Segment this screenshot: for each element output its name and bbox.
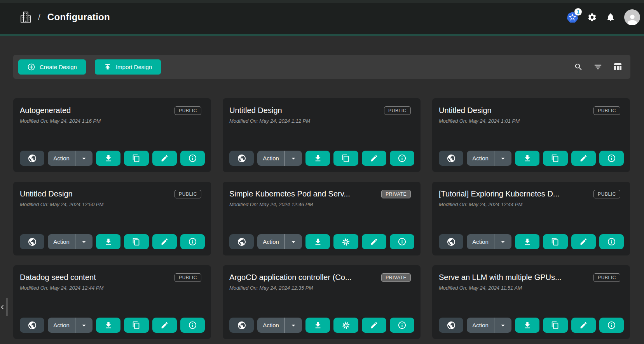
publish-globe-button[interactable] <box>439 234 463 249</box>
meshery-swirl-icon <box>341 320 351 330</box>
action-split-button: Action <box>257 234 302 249</box>
action-dropdown-button[interactable] <box>75 151 92 166</box>
filter-icon[interactable] <box>593 63 602 71</box>
download-button[interactable] <box>305 151 330 166</box>
action-button[interactable]: Action <box>48 234 75 249</box>
publish-globe-button[interactable] <box>229 234 254 249</box>
design-title: [Tutorial] Exploring Kubernetes D... <box>439 189 589 198</box>
download-button[interactable] <box>305 234 330 249</box>
clone-button[interactable] <box>124 151 148 166</box>
action-split-button: Action <box>467 318 511 333</box>
clone-button[interactable] <box>124 234 148 249</box>
edit-button[interactable] <box>152 318 177 333</box>
clone-button[interactable] <box>543 151 567 166</box>
action-button[interactable]: Action <box>467 318 494 333</box>
clone-button[interactable] <box>543 318 567 333</box>
search-icon[interactable] <box>574 63 583 71</box>
action-button[interactable]: Action <box>467 151 494 166</box>
user-avatar[interactable] <box>624 9 640 25</box>
edit-button[interactable] <box>362 151 386 166</box>
action-dropdown-button[interactable] <box>494 318 511 333</box>
visibility-badge: PUBLIC <box>593 190 620 198</box>
edit-button[interactable] <box>571 234 596 249</box>
download-button[interactable] <box>96 318 120 333</box>
edit-button[interactable] <box>362 234 386 249</box>
download-button[interactable] <box>515 234 539 249</box>
copy-icon <box>342 154 350 162</box>
action-dropdown-button[interactable] <box>494 234 511 249</box>
action-button[interactable]: Action <box>467 234 494 249</box>
publish-globe-button[interactable] <box>439 318 463 333</box>
globe-icon <box>28 237 37 247</box>
publish-globe-button[interactable] <box>20 151 44 166</box>
download-icon <box>104 321 113 330</box>
publish-globe-button[interactable] <box>20 234 44 249</box>
action-dropdown-button[interactable] <box>285 234 302 249</box>
info-button[interactable] <box>599 318 624 333</box>
action-button[interactable]: Action <box>257 318 284 333</box>
kubernetes-context-button[interactable]: 1 <box>567 11 578 23</box>
organization-building-icon[interactable] <box>20 11 31 23</box>
page-title: Configuration <box>47 12 110 23</box>
kubernetes-context-count-badge: 1 <box>574 8 582 16</box>
action-dropdown-button[interactable] <box>75 234 92 249</box>
publish-globe-button[interactable] <box>439 151 463 166</box>
download-button[interactable] <box>96 151 120 166</box>
notifications-bell-icon[interactable] <box>606 12 615 22</box>
publish-upload-icon <box>104 63 112 71</box>
edit-button[interactable] <box>362 318 386 333</box>
create-design-button[interactable]: Create Design <box>18 59 86 75</box>
edit-button[interactable] <box>152 151 177 166</box>
action-dropdown-button[interactable] <box>285 318 302 333</box>
info-button[interactable] <box>599 234 624 249</box>
modified-on-label: Modified On: May 24, 2024 1:01 PM <box>439 118 624 124</box>
info-button[interactable] <box>180 234 205 249</box>
publish-globe-button[interactable] <box>229 151 254 166</box>
download-button[interactable] <box>305 318 330 333</box>
settings-gear-icon[interactable] <box>587 12 597 22</box>
download-icon <box>104 238 113 246</box>
chevron-down-icon <box>289 321 298 330</box>
publish-globe-button[interactable] <box>20 318 44 333</box>
download-icon <box>314 238 322 246</box>
action-button[interactable]: Action <box>257 151 284 166</box>
action-button[interactable]: Action <box>48 151 75 166</box>
action-dropdown-button[interactable] <box>75 318 92 333</box>
info-button[interactable] <box>390 234 414 249</box>
action-dropdown-button[interactable] <box>494 151 511 166</box>
info-button[interactable] <box>390 318 414 333</box>
action-button[interactable]: Action <box>48 318 75 333</box>
download-icon <box>314 154 322 163</box>
edit-pencil-icon <box>370 238 378 246</box>
visibility-badge: PUBLIC <box>384 106 411 115</box>
meshery-swirl-icon <box>341 237 351 247</box>
info-button[interactable] <box>599 151 624 166</box>
table-view-icon[interactable] <box>613 62 622 71</box>
action-split-button: Action <box>467 234 511 249</box>
clone-button[interactable] <box>543 234 567 249</box>
edit-button[interactable] <box>571 151 596 166</box>
edit-pencil-icon <box>161 321 169 329</box>
info-button[interactable] <box>180 318 205 333</box>
globe-icon <box>447 237 456 247</box>
design-title: Serve an LLM with multiple GPUs... <box>439 273 589 282</box>
download-icon <box>523 238 532 246</box>
sidebar-collapse-toggle[interactable] <box>0 298 7 316</box>
publish-globe-button[interactable] <box>229 318 254 333</box>
action-button[interactable]: Action <box>257 234 284 249</box>
import-design-button[interactable]: Import Design <box>95 59 161 75</box>
clone-button[interactable] <box>124 318 148 333</box>
info-button[interactable] <box>180 151 205 166</box>
download-button[interactable] <box>515 151 539 166</box>
edit-button[interactable] <box>571 318 596 333</box>
download-button[interactable] <box>515 318 539 333</box>
action-dropdown-button[interactable] <box>285 151 302 166</box>
clone-button[interactable] <box>333 318 358 333</box>
design-title: Untitled Design <box>20 189 170 198</box>
download-button[interactable] <box>96 234 120 249</box>
designs-toolbar: Create Design Import Design <box>13 55 630 79</box>
edit-button[interactable] <box>152 234 177 249</box>
clone-button[interactable] <box>333 234 358 249</box>
info-button[interactable] <box>390 151 414 166</box>
clone-button[interactable] <box>333 151 358 166</box>
